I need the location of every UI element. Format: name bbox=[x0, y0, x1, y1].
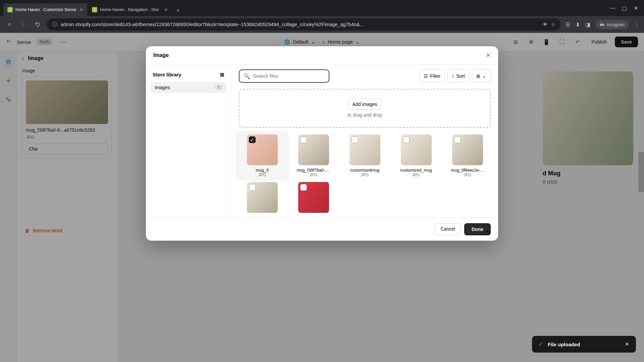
minimize-icon[interactable]: — bbox=[610, 5, 615, 11]
search-icon: 🔍 bbox=[244, 73, 250, 79]
view-toggle[interactable]: ⊞ ⌄ bbox=[472, 69, 491, 83]
shopify-icon: S bbox=[92, 7, 97, 12]
forward-button[interactable] bbox=[19, 22, 28, 27]
checkbox-icon[interactable] bbox=[454, 136, 461, 143]
hide-password-icon[interactable]: 👁 bbox=[543, 22, 548, 27]
file-item[interactable] bbox=[239, 182, 285, 213]
store-library-label: Store library ⊞ bbox=[151, 69, 226, 80]
maximize-icon[interactable]: ▢ bbox=[622, 5, 627, 11]
file-item[interactable]: customized_mug JPG bbox=[393, 134, 439, 177]
download-icon[interactable]: ⬇ bbox=[576, 21, 580, 28]
checkbox-icon[interactable] bbox=[249, 184, 256, 191]
drag-drop-label: or drag and drop bbox=[249, 112, 481, 118]
checkbox-icon[interactable] bbox=[403, 136, 410, 143]
browser-toolbar: ⓘ admin.shopify.com/store/de8143-a6/them… bbox=[0, 16, 644, 33]
cursor-icon: ↖ bbox=[486, 229, 491, 236]
add-images-button[interactable]: Add images bbox=[347, 99, 382, 110]
bookmark-icon[interactable]: ☆ bbox=[551, 22, 555, 27]
sort-button[interactable]: ↕ Sort bbox=[447, 69, 469, 83]
image-picker-modal: Image ✕ Store library ⊞ Images 7 🔍 bbox=[146, 46, 498, 241]
close-icon[interactable]: ✕ bbox=[486, 52, 491, 59]
file-item[interactable] bbox=[290, 182, 337, 213]
modal-title: Image bbox=[153, 52, 169, 58]
search-input[interactable]: 🔍 bbox=[239, 69, 329, 83]
site-info-icon[interactable]: ⓘ bbox=[52, 21, 57, 28]
modal-content: 🔍 ☰ Filter ↕ Sort ⊞ bbox=[231, 65, 498, 218]
url-text: admin.shopify.com/store/de8143-a6/themes… bbox=[61, 22, 364, 27]
modal-sidebar: Store library ⊞ Images 7 bbox=[146, 65, 231, 218]
filter-icon: ☰ bbox=[424, 73, 428, 79]
close-icon[interactable]: ✕ bbox=[634, 5, 638, 11]
new-tab-button[interactable]: + bbox=[172, 5, 183, 16]
file-item[interactable]: mug_0f8eec2e-... JPG bbox=[444, 134, 491, 177]
checkbox-icon[interactable] bbox=[352, 136, 358, 143]
grid-icon: ⊞ bbox=[476, 73, 480, 79]
upload-dropzone[interactable]: Add images or drag and drop bbox=[239, 89, 491, 128]
close-icon[interactable]: ✕ bbox=[164, 7, 168, 12]
image-grid: ✓ mug_3 JPG mug_f39f76a0-6... JPG custom… bbox=[239, 134, 491, 213]
shopify-icon: S bbox=[7, 7, 13, 12]
tab-title: Home Haven · Navigation · Sho bbox=[100, 7, 161, 12]
incognito-badge[interactable]: 🕶 Incognito bbox=[596, 20, 629, 29]
menu-icon[interactable]: ⋮ bbox=[634, 21, 639, 28]
checkbox-icon[interactable] bbox=[300, 136, 307, 143]
url-bar[interactable]: ⓘ admin.shopify.com/store/de8143-a6/them… bbox=[47, 18, 561, 31]
browser-tabs-bar: S Home Haven · Customize Sense ✕ S Home … bbox=[0, 0, 644, 16]
close-icon[interactable]: ✕ bbox=[79, 7, 83, 12]
file-item[interactable]: mug_f39f76a0-6... JPG bbox=[290, 134, 337, 177]
checkbox-icon[interactable] bbox=[300, 184, 307, 191]
library-toggle-icon[interactable]: ⊞ bbox=[220, 72, 224, 77]
checkbox-icon[interactable]: ✓ bbox=[249, 136, 256, 143]
reading-list-icon[interactable]: ☰ bbox=[566, 21, 570, 28]
chevron-down-icon: ⌄ bbox=[482, 73, 486, 79]
reload-button[interactable] bbox=[33, 22, 42, 27]
back-button[interactable] bbox=[5, 22, 14, 27]
file-item[interactable]: ✓ mug_3 JPG bbox=[235, 131, 289, 181]
file-item[interactable]: customizedmug JPG bbox=[341, 134, 388, 177]
cancel-button[interactable]: Cancel bbox=[435, 223, 461, 235]
modal-overlay: Image ✕ Store library ⊞ Images 7 🔍 bbox=[0, 33, 644, 362]
images-filter[interactable]: Images 7 bbox=[151, 82, 226, 93]
browser-tab[interactable]: S Home Haven · Customize Sense ✕ bbox=[3, 3, 87, 16]
image-count-badge: 7 bbox=[215, 85, 222, 90]
sort-icon: ↕ bbox=[452, 73, 454, 79]
browser-tab[interactable]: S Home Haven · Navigation · Sho ✕ bbox=[88, 3, 172, 16]
tab-title: Home Haven · Customize Sense bbox=[15, 7, 77, 12]
\u006Eame=: 🕶 bbox=[600, 22, 604, 27]
filter-button[interactable]: ☰ Filter bbox=[419, 69, 445, 83]
side-panel-icon[interactable]: ◨ bbox=[585, 21, 590, 28]
